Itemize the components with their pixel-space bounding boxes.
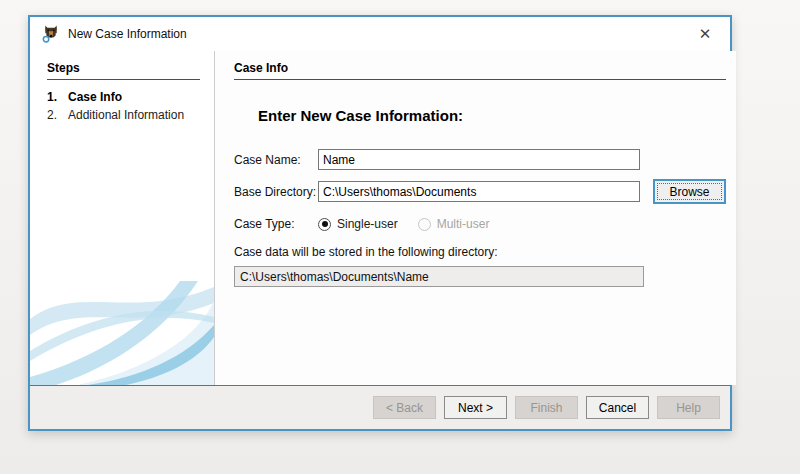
autopsy-dog-icon — [42, 25, 60, 43]
step-label: Case Info — [68, 90, 122, 105]
case-name-row: Case Name: — [234, 149, 726, 170]
case-name-input[interactable] — [318, 149, 640, 170]
case-type-options: Single-user Multi-user — [318, 217, 503, 231]
close-icon[interactable]: ✕ — [694, 23, 716, 45]
step-item-additional-information[interactable]: 2. Additional Information — [47, 108, 200, 123]
step-label: Additional Information — [68, 108, 184, 123]
base-directory-input[interactable] — [318, 181, 640, 202]
new-case-dialog: New Case Information ✕ Steps 1. Case Inf… — [28, 15, 732, 431]
wizard-body: Steps 1. Case Info 2. Additional Informa… — [30, 51, 730, 385]
back-button: < Back — [373, 396, 436, 419]
single-user-radio[interactable] — [318, 218, 331, 231]
steps-panel: Steps 1. Case Info 2. Additional Informa… — [30, 51, 215, 385]
content-header: Case Info — [234, 61, 726, 80]
multi-user-label: Multi-user — [437, 217, 490, 231]
multi-user-radio — [418, 218, 431, 231]
step-number: 1. — [47, 90, 68, 105]
title-bar: New Case Information ✕ — [30, 17, 730, 51]
window-title: New Case Information — [68, 27, 187, 41]
step-number: 2. — [47, 108, 68, 123]
browse-button[interactable]: Browse — [653, 179, 726, 204]
steps-header: Steps — [47, 61, 200, 80]
case-type-label: Case Type: — [234, 217, 318, 231]
finish-button: Finish — [515, 396, 578, 419]
case-type-row: Case Type: Single-user Multi-user — [234, 217, 726, 231]
base-directory-label: Base Directory: — [234, 185, 318, 199]
cancel-button[interactable]: Cancel — [586, 396, 649, 419]
case-name-label: Case Name: — [234, 153, 318, 167]
storage-path-field: C:\Users\thomas\Documents\Name — [234, 266, 644, 287]
watermark-swoosh-graphic — [30, 273, 214, 385]
help-button: Help — [657, 396, 720, 419]
step-item-case-info[interactable]: 1. Case Info — [47, 90, 200, 105]
steps-list: 1. Case Info 2. Additional Information — [47, 90, 200, 123]
storage-note: Case data will be stored in the followin… — [234, 245, 726, 259]
content-panel: Case Info Enter New Case Information: Ca… — [215, 51, 736, 385]
wizard-button-bar: < Back Next > Finish Cancel Help — [30, 385, 730, 429]
single-user-label: Single-user — [337, 217, 398, 231]
page-title: Enter New Case Information: — [258, 107, 726, 124]
next-button[interactable]: Next > — [444, 396, 507, 419]
base-directory-row: Base Directory: Browse — [234, 179, 726, 204]
case-info-form: Case Name: Base Directory: Browse Case T… — [234, 149, 726, 287]
